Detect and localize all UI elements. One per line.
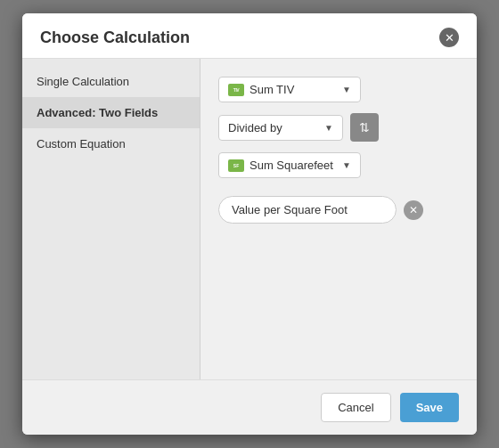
field2-dropdown[interactable]: Sum Squarefeet ▼ <box>218 152 361 178</box>
main-content: Sum TIV ▼ Divided by ▼ ⇅ Sum Squarefeet <box>200 59 477 379</box>
sidebar-item-advanced-two-fields[interactable]: Advanced: Two Fields <box>22 97 200 128</box>
sum-tiv-icon <box>228 84 244 96</box>
close-button[interactable]: ✕ <box>439 28 459 47</box>
operator-dropdown[interactable]: Divided by ▼ <box>218 115 343 141</box>
field1-row: Sum TIV ▼ <box>218 77 459 102</box>
field1-label: Sum TIV <box>250 83 335 96</box>
clear-result-button[interactable]: ✕ <box>404 200 423 220</box>
sidebar-item-single-calculation[interactable]: Single Calculation <box>22 66 200 97</box>
dialog-footer: Cancel Save <box>22 379 477 435</box>
field2-row: Sum Squarefeet ▼ <box>218 152 459 178</box>
save-button[interactable]: Save <box>400 393 459 422</box>
field2-label: Sum Squarefeet <box>250 159 335 172</box>
operator-row: Divided by ▼ ⇅ <box>218 113 459 142</box>
swap-icon: ⇅ <box>359 120 370 134</box>
field1-dropdown[interactable]: Sum TIV ▼ <box>218 77 361 102</box>
sidebar: Single Calculation Advanced: Two Fields … <box>22 59 200 379</box>
sum-squarefeet-icon <box>228 159 244 172</box>
swap-button[interactable]: ⇅ <box>350 113 379 142</box>
operator-label: Divided by <box>228 121 317 134</box>
sidebar-item-custom-equation[interactable]: Custom Equation <box>22 128 200 159</box>
cancel-button[interactable]: Cancel <box>321 393 390 422</box>
dialog-title: Choose Calculation <box>40 29 190 47</box>
clear-icon: ✕ <box>409 204 418 216</box>
choose-calculation-dialog: Choose Calculation ✕ Single Calculation … <box>22 13 477 435</box>
dialog-header: Choose Calculation ✕ <box>22 13 477 59</box>
operator-arrow: ▼ <box>324 123 333 133</box>
field2-arrow: ▼ <box>342 160 351 170</box>
result-row: ✕ <box>218 196 459 224</box>
dialog-body: Single Calculation Advanced: Two Fields … <box>22 59 477 379</box>
result-name-input[interactable] <box>218 196 397 224</box>
field1-arrow: ▼ <box>342 85 351 94</box>
